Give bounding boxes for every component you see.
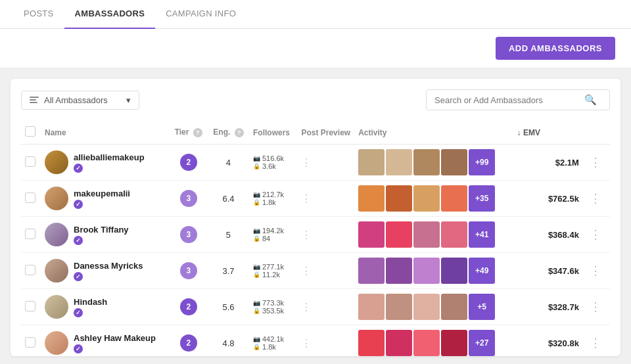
row-followers-cell: 📷 516.6k 🔒 3.6k: [249, 145, 297, 181]
followers-main-row: 📷 194.2k: [253, 227, 293, 235]
followers-main-row: 📷 516.6k: [253, 154, 293, 162]
row-followers-cell: 📷 212.7k 🔒 1.8k: [249, 181, 297, 217]
row-checkbox[interactable]: [25, 193, 35, 203]
followers-sub-row: 🔒 1.8k: [253, 343, 293, 351]
row-more-dots[interactable]: ⋮: [301, 157, 312, 168]
followers-main-icon: 📷: [253, 263, 260, 270]
tier-badge: 2: [180, 334, 197, 352]
row-dots-cell: ⋮: [297, 217, 354, 253]
name-verified-group: Ashley Haw Makeup: [74, 333, 156, 353]
row-tier-cell: 3: [170, 253, 208, 289]
followers-sub-icon: 🔒: [253, 199, 260, 206]
followers-main-row: 📷 277.1k: [253, 263, 293, 271]
chevron-down-icon: ▾: [126, 95, 131, 105]
row-preview-cell: +35: [354, 181, 511, 217]
row-more-dots[interactable]: ⋮: [301, 193, 312, 204]
row-name-cell: makeupemalii: [41, 181, 170, 217]
row-followers-cell: 📷 277.1k 🔒 11.2k: [249, 253, 297, 289]
avatar: [45, 259, 68, 283]
plus-count-badge: +35: [469, 185, 495, 212]
nav-item-campaign-info[interactable]: CAMPAIGN INFO: [155, 0, 246, 29]
verified-badge: [74, 164, 145, 173]
ambassador-name: Danessa Myricks: [74, 261, 143, 271]
name-verified-group: Danessa Myricks: [74, 261, 143, 281]
preview-thumb: [358, 221, 385, 248]
row-actions-cell: ⋮: [583, 217, 610, 253]
row-checkbox[interactable]: [25, 156, 35, 167]
name-verified-group: makeupemalii: [74, 189, 130, 209]
post-preview-group: +99: [358, 149, 507, 175]
preview-thumb: [441, 221, 467, 248]
followers-main-value: 194.2k: [262, 227, 284, 235]
row-actions-dots[interactable]: ⋮: [587, 300, 604, 313]
row-more-dots[interactable]: ⋮: [301, 338, 312, 349]
row-actions-dots[interactable]: ⋮: [587, 336, 604, 350]
row-checkbox-cell: [21, 253, 41, 289]
followers-sub-icon: 🔒: [253, 307, 260, 314]
verified-badge: [74, 308, 107, 317]
row-actions-dots[interactable]: ⋮: [587, 192, 604, 205]
row-actions-dots[interactable]: ⋮: [587, 264, 604, 277]
row-dots-cell: ⋮: [297, 181, 354, 217]
plus-count-badge: +41: [469, 221, 495, 248]
row-more-dots[interactable]: ⋮: [301, 229, 312, 240]
row-actions-dots[interactable]: ⋮: [587, 156, 604, 169]
table-row: Hindash 2 5.6 📷 773.3k 🔒 353.5k ⋮: [21, 289, 610, 325]
row-tier-cell: 3: [170, 181, 208, 217]
nav-item-ambassadors[interactable]: AMBASSADORS: [64, 0, 156, 29]
preview-thumb: [413, 149, 440, 175]
row-eng-cell: 3.7: [208, 253, 249, 289]
followers-sub-icon: 🔒: [253, 235, 260, 242]
row-dots-cell: ⋮: [297, 325, 354, 357]
name-verified-group: Hindash: [74, 297, 107, 317]
header-checkbox[interactable]: [25, 126, 35, 137]
name-verified-group: allieballiemakeup: [74, 152, 145, 173]
filter-label: All Ambassadors: [44, 95, 108, 105]
preview-thumb: [413, 258, 440, 284]
row-activity-cell: [511, 325, 544, 357]
nav-item-posts[interactable]: POSTS: [13, 0, 64, 29]
preview-thumb: [441, 330, 467, 356]
row-checkbox[interactable]: [25, 337, 35, 348]
row-checkbox[interactable]: [25, 301, 35, 311]
row-activity-cell: [511, 145, 544, 181]
avatar: [45, 150, 68, 174]
row-emv-cell: $2.1M: [544, 145, 583, 181]
followers-main-row: 📷 773.3k: [253, 299, 293, 307]
row-activity-cell: [511, 181, 544, 217]
followers-sub-row: 🔒 353.5k: [253, 307, 293, 315]
row-more-dots[interactable]: ⋮: [301, 302, 312, 313]
row-name-cell: allieballiemakeup: [41, 145, 170, 181]
preview-thumb: [413, 185, 440, 212]
row-more-dots[interactable]: ⋮: [301, 265, 312, 277]
verified-check-icon: [74, 344, 83, 353]
row-preview-cell: +41: [354, 217, 511, 253]
search-input[interactable]: [434, 95, 579, 105]
verified-check-icon: [74, 164, 83, 173]
add-ambassadors-button[interactable]: ADD AMBASSADORS: [496, 37, 615, 60]
table-row: allieballiemakeup 2 4 📷 516.6k 🔒 3.6k ⋮: [21, 145, 610, 181]
preview-thumb: [358, 149, 385, 175]
preview-thumb: [358, 185, 385, 212]
row-checkbox[interactable]: [25, 229, 35, 239]
row-emv-cell: $347.6k: [544, 253, 583, 289]
row-followers-cell: 📷 194.2k 🔒 84: [249, 217, 297, 253]
followers-sub-row: 🔒 3.6k: [253, 162, 293, 170]
preview-thumb: [441, 294, 467, 320]
followers-sub-value: 353.5k: [262, 307, 284, 315]
row-dots-cell: ⋮: [297, 289, 354, 325]
row-checkbox[interactable]: [25, 265, 35, 275]
row-dots-cell: ⋮: [297, 253, 354, 289]
col-post-preview: Post Preview: [297, 121, 354, 145]
col-tier: Tier ?: [170, 121, 208, 145]
post-preview-group: +41: [358, 221, 507, 248]
row-eng-cell: 4: [208, 145, 249, 181]
tier-badge: 3: [180, 190, 197, 207]
followers-sub-row: 🔒 84: [253, 235, 293, 242]
filter-dropdown[interactable]: All Ambassadors ▾: [21, 91, 139, 110]
verified-check-icon: [74, 272, 83, 281]
ambassador-name: allieballiemakeup: [74, 152, 145, 162]
row-activity-cell: [511, 253, 544, 289]
followers-sub-icon: 🔒: [253, 271, 260, 278]
row-actions-dots[interactable]: ⋮: [587, 228, 604, 241]
